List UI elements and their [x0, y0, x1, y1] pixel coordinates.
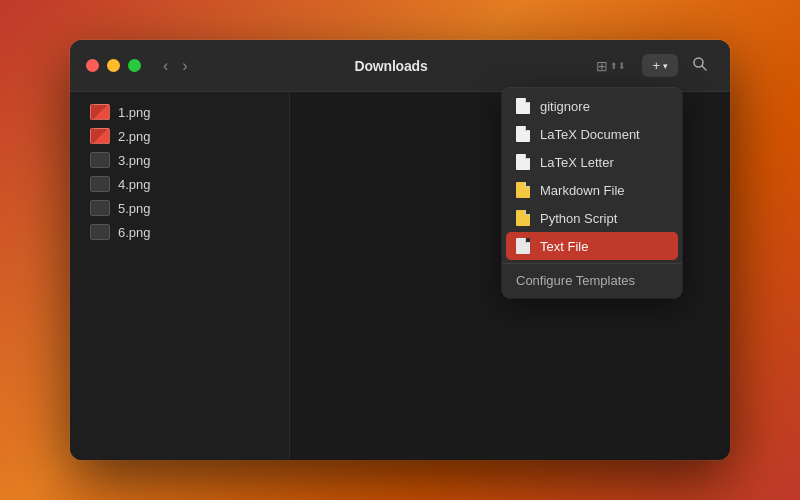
list-item[interactable]: 2.png: [74, 124, 285, 148]
file-name: 1.png: [118, 105, 151, 120]
window-title: Downloads: [194, 58, 589, 74]
file-name: 5.png: [118, 201, 151, 216]
finder-window: ‹ › Downloads ⊞ ⬆⬇ + ▾: [70, 40, 730, 460]
toolbar-right: ⊞ ⬆⬇ + ▾: [588, 52, 714, 80]
dropdown-item-label: gitignore: [540, 99, 590, 114]
dropdown-item-gitignore[interactable]: gitignore: [502, 92, 682, 120]
dropdown-item-label: LaTeX Letter: [540, 155, 614, 170]
dropdown-item-configure-templates[interactable]: Configure Templates: [502, 267, 682, 294]
dropdown-item-label: Python Script: [540, 211, 617, 226]
list-item[interactable]: 3.png: [74, 148, 285, 172]
list-item[interactable]: 1.png: [74, 100, 285, 124]
maximize-button[interactable]: [128, 59, 141, 72]
doc-icon: [516, 154, 530, 170]
file-name: 6.png: [118, 225, 151, 240]
search-button[interactable]: [686, 52, 714, 80]
dropdown-item-latex-letter[interactable]: LaTeX Letter: [502, 148, 682, 176]
view-toggle-button[interactable]: ⊞ ⬆⬇: [588, 54, 634, 78]
doc-icon: [516, 210, 530, 226]
file-icon: [90, 128, 110, 144]
traffic-lights: [86, 59, 141, 72]
dropdown-item-label: LaTeX Document: [540, 127, 640, 142]
new-item-dropdown: gitignore LaTeX Document LaTeX Letter Ma…: [502, 88, 682, 298]
search-icon: [692, 56, 708, 72]
titlebar: ‹ › Downloads ⊞ ⬆⬇ + ▾: [70, 40, 730, 92]
file-icon: [90, 104, 110, 120]
dropdown-item-label: Configure Templates: [516, 273, 635, 288]
view-chevron-icon: ⬆⬇: [610, 61, 626, 71]
file-icon: [90, 176, 110, 192]
doc-icon: [516, 98, 530, 114]
close-button[interactable]: [86, 59, 99, 72]
dropdown-item-latex-doc[interactable]: LaTeX Document: [502, 120, 682, 148]
view-grid-icon: ⊞: [596, 58, 608, 74]
file-icon: [90, 224, 110, 240]
file-icon: [90, 200, 110, 216]
file-name: 3.png: [118, 153, 151, 168]
file-name: 4.png: [118, 177, 151, 192]
back-button[interactable]: ‹: [157, 54, 174, 78]
svg-line-1: [702, 66, 706, 70]
file-icon: [90, 152, 110, 168]
dropdown-separator: [502, 263, 682, 264]
list-item[interactable]: 5.png: [74, 196, 285, 220]
minimize-button[interactable]: [107, 59, 120, 72]
file-name: 2.png: [118, 129, 151, 144]
plus-icon: +: [652, 58, 660, 73]
dropdown-item-label: Markdown File: [540, 183, 625, 198]
doc-icon: [516, 182, 530, 198]
forward-button[interactable]: ›: [176, 54, 193, 78]
add-new-button[interactable]: + ▾: [642, 54, 678, 77]
dropdown-item-markdown[interactable]: Markdown File: [502, 176, 682, 204]
dropdown-item-python[interactable]: Python Script: [502, 204, 682, 232]
list-item[interactable]: 4.png: [74, 172, 285, 196]
file-list: 1.png 2.png 3.png 4.png: [70, 92, 290, 460]
list-item[interactable]: 6.png: [74, 220, 285, 244]
add-chevron-icon: ▾: [663, 61, 668, 71]
doc-icon: [516, 126, 530, 142]
nav-buttons: ‹ ›: [157, 54, 194, 78]
dropdown-item-label: Text File: [540, 239, 588, 254]
doc-icon: [516, 238, 530, 254]
dropdown-item-text-file[interactable]: Text File: [506, 232, 678, 260]
